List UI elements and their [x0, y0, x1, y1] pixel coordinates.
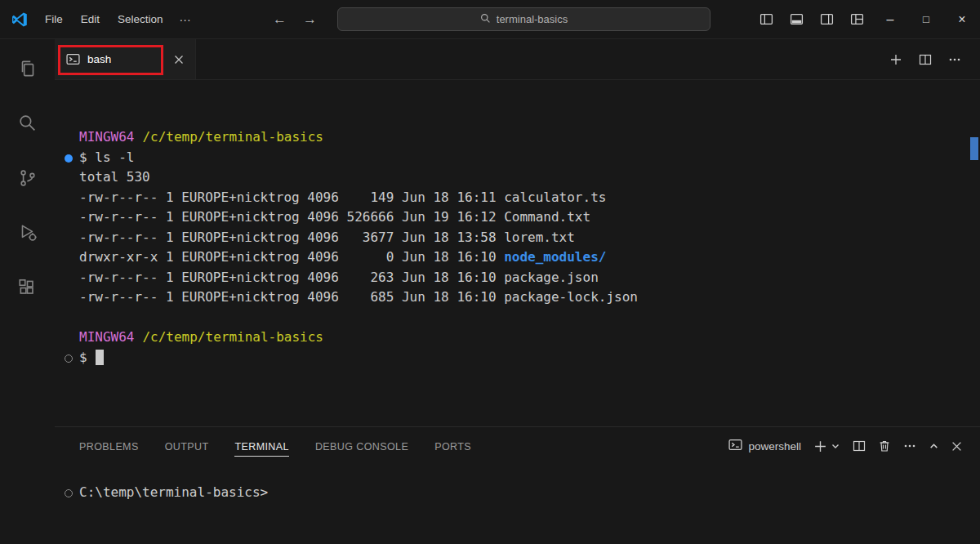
new-terminal-plus-icon[interactable]	[813, 439, 827, 453]
terminal-blank-line	[79, 308, 980, 328]
ls-row-meta: -rw-r--r-- 1 EUROPE+nicktrog 4096 685 Ju…	[79, 289, 504, 305]
close-panel-icon[interactable]	[951, 441, 962, 452]
new-terminal-plus-icon[interactable]	[884, 47, 908, 72]
run-and-debug-icon[interactable]	[0, 205, 55, 260]
workbench-body: bash	[0, 39, 980, 544]
more-actions-icon[interactable]	[942, 47, 967, 72]
close-window-button[interactable]: ×	[944, 0, 980, 39]
command-center-search[interactable]: terminal-basics	[337, 7, 710, 31]
ls-row-name: package-lock.json	[504, 289, 638, 305]
split-terminal-icon[interactable]	[853, 439, 866, 453]
back-arrow-icon[interactable]: ←	[273, 11, 287, 28]
titlebar-right-controls: – □ ×	[751, 0, 980, 39]
ls-row-meta: drwxr-xr-x 1 EUROPE+nicktrog 4096 0 Jun …	[79, 249, 504, 265]
maximize-button[interactable]: □	[908, 0, 944, 39]
panel-header: PROBLEMS OUTPUT TERMINAL DEBUG CONSOLE P…	[55, 427, 980, 465]
toggle-secondary-sidebar-icon[interactable]	[812, 0, 842, 39]
terminal-input-line: $	[79, 348, 980, 368]
bottom-panel: PROBLEMS OUTPUT TERMINAL DEBUG CONSOLE P…	[55, 426, 980, 544]
menu-selection[interactable]: Selection	[109, 10, 172, 29]
toggle-primary-sidebar-icon[interactable]	[751, 0, 782, 39]
titlebar: File Edit Selection ··· ← → terminal-bas…	[0, 0, 980, 39]
search-icon	[480, 13, 491, 26]
activity-bar	[0, 39, 55, 544]
maximize-panel-chevron-up-icon[interactable]	[929, 441, 939, 452]
toggle-panel-icon[interactable]	[782, 0, 812, 39]
ls-row-name: Command.txt	[504, 209, 590, 225]
terminal-prompt-line: MINGW64/c/temp/terminal-basics	[79, 127, 980, 148]
terminal-cursor	[96, 350, 104, 365]
search-view-icon[interactable]	[0, 96, 55, 150]
ls-row-name: lorem.txt	[504, 230, 575, 245]
panel-tab-terminal[interactable]: TERMINAL	[234, 435, 288, 457]
panel-prompt-text: C:\temp\terminal-basics>	[79, 484, 268, 500]
ls-row: drwxr-xr-x 1 EUROPE+nicktrog 4096 0 Jun …	[79, 247, 980, 268]
ls-row: -rw-r--r-- 1 EUROPE+nicktrog 4096 685 Ju…	[79, 288, 980, 308]
editor-tab-bar: bash	[55, 39, 980, 80]
minimize-button[interactable]: –	[872, 0, 908, 39]
explorer-icon[interactable]	[0, 41, 55, 96]
command-decoration-icon[interactable]	[65, 154, 73, 163]
terminal-command-line: $ ls -l	[79, 148, 980, 168]
editor-terminal[interactable]: MINGW64/c/temp/terminal-basics $ ls -l t…	[55, 80, 980, 426]
prompt-path: /c/temp/terminal-basics	[142, 129, 323, 145]
prompt-path: /c/temp/terminal-basics	[142, 329, 323, 345]
new-terminal-control	[813, 439, 840, 453]
split-editor-icon[interactable]	[913, 47, 938, 72]
prompt-host: MINGW64	[79, 129, 134, 145]
panel-terminal-prompt-line: C:\temp\terminal-basics>	[79, 483, 980, 503]
panel-terminal[interactable]: C:\temp\terminal-basics>	[55, 465, 980, 544]
menu-file[interactable]: File	[37, 10, 71, 29]
prompt-decoration-icon[interactable]	[65, 354, 73, 363]
panel-tabs: PROBLEMS OUTPUT TERMINAL DEBUG CONSOLE P…	[79, 435, 471, 457]
panel-actions: powershell	[728, 438, 962, 454]
terminal-prompt-line: MINGW64/c/temp/terminal-basics	[79, 328, 980, 348]
ls-row-meta: -rw-r--r-- 1 EUROPE+nicktrog 4096 149 Ju…	[79, 190, 504, 205]
tab-bar-actions	[884, 39, 980, 79]
panel-tab-output[interactable]: OUTPUT	[165, 435, 209, 457]
menu-bar: File Edit Selection ···	[37, 10, 198, 29]
editor-area: bash	[55, 39, 980, 544]
ls-row: -rw-r--r-- 1 EUROPE+nicktrog 4096 149 Ju…	[79, 188, 980, 208]
extensions-icon[interactable]	[0, 260, 55, 314]
terminal-icon	[66, 52, 80, 66]
ls-row-meta: -rw-r--r-- 1 EUROPE+nicktrog 4096 263 Ju…	[79, 270, 504, 285]
vscode-logo-icon	[11, 11, 29, 29]
ls-row: -rw-r--r-- 1 EUROPE+nicktrog 4096 526666…	[79, 207, 980, 228]
menu-edit[interactable]: Edit	[73, 10, 108, 29]
panel-tab-problems[interactable]: PROBLEMS	[79, 435, 139, 457]
forward-arrow-icon[interactable]: →	[303, 11, 317, 28]
terminal-icon	[728, 438, 742, 454]
ls-row: -rw-r--r-- 1 EUROPE+nicktrog 4096 3677 J…	[79, 228, 980, 248]
close-tab-icon[interactable]	[174, 55, 184, 65]
chevron-down-icon[interactable]	[831, 441, 840, 451]
menu-overflow-button[interactable]: ···	[173, 10, 198, 29]
prompt-symbol: $	[79, 350, 87, 365]
vscode-window: File Edit Selection ··· ← → terminal-bas…	[0, 0, 980, 544]
command-text: $ ls -l	[79, 149, 134, 165]
ls-row: -rw-r--r-- 1 EUROPE+nicktrog 4096 263 Ju…	[79, 268, 980, 288]
active-shell-selector[interactable]: powershell	[728, 438, 801, 454]
panel-tab-ports[interactable]: PORTS	[434, 435, 471, 457]
ls-row-name: package.json	[504, 270, 599, 285]
ls-row-meta: -rw-r--r-- 1 EUROPE+nicktrog 4096 3677 J…	[79, 230, 504, 245]
terminal-output-total: total 530	[79, 167, 980, 188]
kill-terminal-trash-icon[interactable]	[878, 439, 891, 453]
tab-bash[interactable]: bash	[55, 39, 196, 79]
customize-layout-icon[interactable]	[842, 0, 872, 39]
panel-tab-debug-console[interactable]: DEBUG CONSOLE	[315, 435, 408, 457]
ls-row-name: calculator.ts	[504, 190, 606, 205]
shell-label: powershell	[748, 440, 801, 453]
scrollbar-decoration[interactable]	[970, 137, 978, 160]
ls-row-meta: -rw-r--r-- 1 EUROPE+nicktrog 4096 526666…	[79, 209, 504, 225]
history-navigation: ← →	[273, 0, 317, 39]
tab-label: bash	[87, 53, 111, 65]
prompt-host: MINGW64	[79, 329, 134, 345]
prompt-decoration-icon[interactable]	[65, 489, 73, 497]
ls-row-name-directory: node_modules/	[504, 249, 606, 265]
source-control-icon[interactable]	[0, 150, 55, 205]
panel-more-actions-icon[interactable]	[903, 439, 916, 453]
search-label: terminal-basics	[497, 13, 568, 25]
